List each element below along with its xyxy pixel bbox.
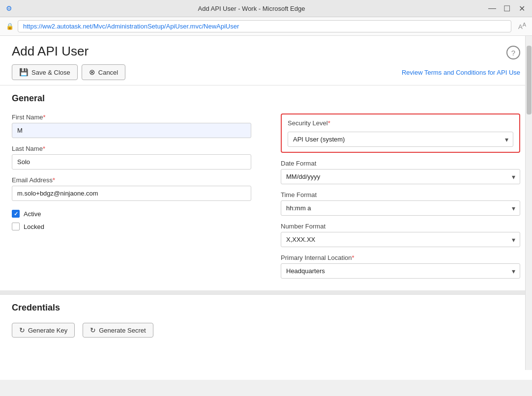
security-level-required: * <box>328 119 330 127</box>
form-left: First Name* Last Name* Email Address* <box>12 113 251 279</box>
maximize-button[interactable]: ☐ <box>502 4 511 13</box>
minimize-button[interactable]: — <box>488 4 497 13</box>
page-header: Add API User ? <box>0 36 532 59</box>
active-checkbox-item[interactable]: ✓ Active <box>12 210 251 218</box>
generate-key-icon: ↻ <box>19 326 25 334</box>
credentials-buttons: ↻ Generate Key ↻ Generate Secret <box>12 323 520 338</box>
generate-key-label: Generate Key <box>28 327 67 334</box>
active-label: Active <box>24 210 41 218</box>
number-format-select-wrapper: X,XXX.XX X.XXX,XX <box>281 232 520 247</box>
save-icon: 💾 <box>19 68 29 77</box>
toolbar: 💾 Save & Close ⊗ Cancel Review Terms and… <box>0 59 532 85</box>
date-format-group: Date Format MM/dd/yyyy dd/MM/yyyy yyyy-M… <box>281 160 520 184</box>
scroll-thumb[interactable] <box>527 46 532 114</box>
active-checkmark: ✓ <box>14 211 18 217</box>
page-content: Add API User ? 💾 Save & Close ⊗ Cancel R… <box>0 36 532 380</box>
time-format-group: Time Format hh:mm a HH:mm <box>281 191 520 216</box>
address-url[interactable]: https://ww2.autotask.net/Mvc/Administrat… <box>18 20 511 32</box>
review-terms-link[interactable]: Review Terms and Conditions for API Use <box>402 69 520 76</box>
last-name-required: * <box>43 145 45 152</box>
email-input[interactable] <box>12 186 251 201</box>
email-group: Email Address* <box>12 176 251 201</box>
email-required: * <box>53 176 55 184</box>
time-format-select-wrapper: hh:mm a HH:mm <box>281 200 520 216</box>
security-level-select[interactable]: API User (system) Admin Standard <box>288 132 513 147</box>
window-controls: — ☐ ✕ <box>488 4 526 13</box>
cancel-button[interactable]: ⊗ Cancel <box>82 64 125 80</box>
primary-location-label: Primary Internal Location* <box>281 254 520 261</box>
browser-titlebar: ⚙ Add API User - Work - Microsoft Edge —… <box>0 0 532 17</box>
browser-chrome: ⚙ Add API User - Work - Microsoft Edge —… <box>0 0 532 36</box>
date-format-select-wrapper: MM/dd/yyyy dd/MM/yyyy yyyy-MM-dd <box>281 169 520 184</box>
cancel-label: Cancel <box>98 69 118 76</box>
reader-mode-icon[interactable]: AA <box>518 22 526 30</box>
browser-favicon: ⚙ <box>6 4 12 12</box>
form-grid: First Name* Last Name* Email Address* <box>12 113 520 279</box>
locked-checkbox[interactable] <box>12 223 20 230</box>
primary-location-group: Primary Internal Location* Headquarters … <box>281 254 520 279</box>
help-icon[interactable]: ? <box>506 46 520 59</box>
save-close-label: Save & Close <box>31 69 70 76</box>
security-level-select-wrapper: API User (system) Admin Standard <box>288 132 513 147</box>
first-name-input[interactable] <box>12 123 251 138</box>
generate-key-button[interactable]: ↻ Generate Key <box>12 323 75 338</box>
number-format-group: Number Format X,XXX.XX X.XXX,XX <box>281 223 520 247</box>
number-format-select[interactable]: X,XXX.XX X.XXX,XX <box>281 232 520 247</box>
last-name-label: Last Name* <box>12 145 251 152</box>
last-name-input[interactable] <box>12 154 251 170</box>
active-checkbox[interactable]: ✓ <box>12 210 20 218</box>
generate-secret-icon: ↻ <box>90 326 96 334</box>
first-name-required: * <box>43 113 46 121</box>
first-name-group: First Name* <box>12 113 251 138</box>
locked-checkbox-item[interactable]: Locked <box>12 223 251 230</box>
email-label: Email Address* <box>12 176 251 184</box>
primary-location-required: * <box>352 254 355 261</box>
browser-title: Add API User - Work - Microsoft Edge <box>15 5 488 12</box>
close-button[interactable]: ✕ <box>517 4 526 13</box>
date-format-select[interactable]: MM/dd/yyyy dd/MM/yyyy yyyy-MM-dd <box>281 169 520 184</box>
time-format-label: Time Format <box>281 191 520 198</box>
toolbar-left: 💾 Save & Close ⊗ Cancel <box>12 64 125 80</box>
cancel-icon: ⊗ <box>89 68 95 77</box>
time-format-select[interactable]: hh:mm a HH:mm <box>281 200 520 216</box>
generate-secret-label: Generate Secret <box>99 327 146 334</box>
form-right: Security Level* API User (system) Admin … <box>281 113 520 279</box>
last-name-group: Last Name* <box>12 145 251 170</box>
date-format-label: Date Format <box>281 160 520 167</box>
general-section-title: General <box>12 93 520 104</box>
save-close-button[interactable]: 💾 Save & Close <box>12 64 78 80</box>
checkbox-group: ✓ Active Locked <box>12 210 251 230</box>
credentials-section-title: Credentials <box>12 303 520 313</box>
number-format-label: Number Format <box>281 223 520 230</box>
primary-location-select[interactable]: Headquarters Branch Office <box>281 263 520 279</box>
page-title: Add API User <box>12 44 89 59</box>
primary-location-select-wrapper: Headquarters Branch Office <box>281 263 520 279</box>
section-divider <box>0 290 532 294</box>
browser-addressbar: 🔒 https://ww2.autotask.net/Mvc/Administr… <box>0 17 532 35</box>
credentials-section: Credentials ↻ Generate Key ↻ Generate Se… <box>0 294 532 345</box>
security-level-label: Security Level* <box>288 119 513 127</box>
security-level-group: Security Level* API User (system) Admin … <box>281 113 520 153</box>
general-section: General First Name* Last Name* <box>0 85 532 290</box>
locked-label: Locked <box>24 223 44 230</box>
scrollbar[interactable] <box>525 36 532 370</box>
first-name-label: First Name* <box>12 113 251 121</box>
lock-icon: 🔒 <box>6 23 14 30</box>
generate-secret-button[interactable]: ↻ Generate Secret <box>83 323 153 338</box>
